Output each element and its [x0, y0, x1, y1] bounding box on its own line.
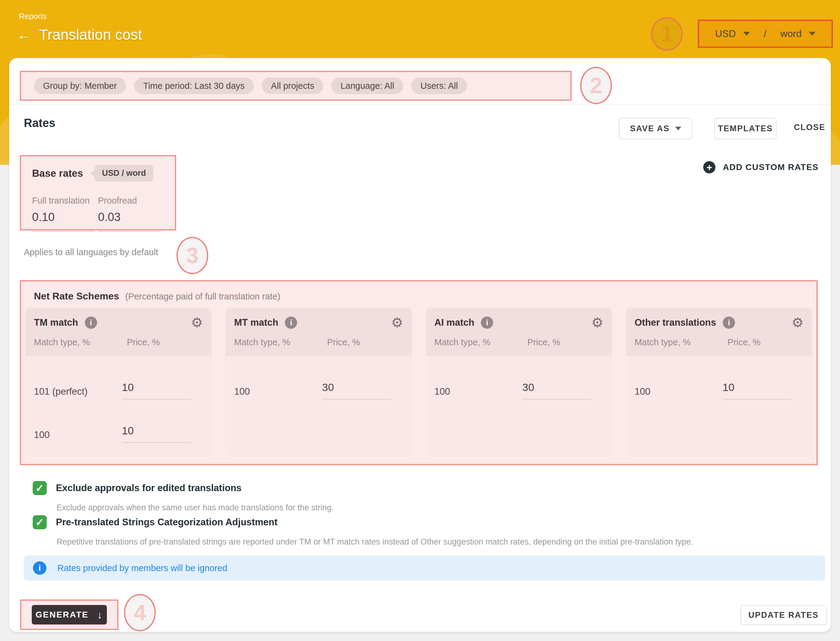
match-type-value: 100 [34, 430, 122, 443]
exclude-approvals-option[interactable]: ✓ Exclude approvals for edited translati… [33, 481, 242, 495]
generate-highlight-box: GENERATE ↓ [20, 599, 118, 630]
gear-icon[interactable]: ⚙ [191, 316, 203, 329]
add-custom-rates-button[interactable]: + ADD CUSTOM RATES [703, 161, 819, 173]
unit-value: word [780, 28, 801, 39]
input-underline [32, 231, 95, 232]
topbar: Reports ← Translation cost 1 USD / word [0, 0, 840, 58]
chevron-down-icon [675, 127, 681, 130]
chevron-down-icon [809, 32, 816, 36]
page-title: Translation cost [39, 26, 142, 43]
match-type-value: 101 (perfect) [34, 386, 122, 399]
price-value: 10 [122, 381, 191, 393]
rate-row: 100 10 [626, 366, 812, 399]
rate-row: 100 10 [25, 409, 211, 443]
other-translations-card: Other translations i ⚙ Match type, % Pri… [626, 308, 812, 456]
info-icon[interactable]: i [723, 317, 735, 329]
back-arrow-icon[interactable]: ← [17, 28, 31, 42]
match-type-value: 100 [635, 386, 722, 399]
filter-chip-projects[interactable]: All projects [262, 77, 323, 94]
save-as-label: SAVE AS [630, 124, 670, 134]
filter-chip-language[interactable]: Language: All [331, 77, 403, 94]
mt-match-card: MT match i ⚙ Match type, % Price, % 100 … [226, 308, 412, 456]
currency-unit-highlight-box: USD / word [698, 19, 833, 48]
exclude-approvals-label: Exclude approvals for edited translation… [56, 483, 242, 494]
unit-dropdown[interactable]: word [780, 28, 816, 39]
annotation-circle-2: 2 [580, 67, 612, 104]
close-button[interactable]: CLOSE [794, 123, 825, 132]
proofread-label: Proofread [98, 196, 164, 206]
filter-chip-users[interactable]: Users: All [411, 77, 467, 94]
ai-match-title: AI match [435, 317, 474, 328]
price-column-header: Price, % [127, 337, 160, 347]
rate-row: 100 30 [226, 366, 412, 399]
annotation-circle-3: 3 [176, 237, 208, 274]
info-icon: i [33, 561, 47, 575]
proofread-input[interactable]: 0.03 [98, 211, 164, 224]
mt-match-title: MT match [234, 317, 279, 328]
info-icon[interactable]: i [85, 317, 97, 329]
match-type-column-header: Match type, % [635, 337, 728, 347]
pretranslated-adjustment-option[interactable]: ✓ Pre-translated Strings Categorization … [33, 515, 277, 529]
gear-icon[interactable]: ⚙ [792, 316, 804, 329]
price-value: 30 [322, 381, 391, 393]
price-value: 10 [722, 381, 792, 393]
ai-match-card: AI match i ⚙ Match type, % Price, % 100 … [426, 308, 612, 456]
annotation-circle-4: 4 [124, 594, 156, 631]
currency-unit-badge: USD / word [95, 165, 153, 182]
info-banner: i Rates provided by members will be igno… [24, 556, 825, 581]
full-translation-label: Full translation [32, 196, 98, 206]
match-type-value: 100 [435, 386, 522, 399]
tm-match-title: TM match [34, 317, 78, 328]
gear-icon[interactable]: ⚙ [391, 316, 403, 329]
generate-label: GENERATE [36, 610, 89, 620]
base-rates-note: Applies to all languages by default [24, 247, 158, 257]
rate-row: 100 30 [426, 366, 612, 399]
other-translations-title: Other translations [635, 317, 716, 328]
match-type-column-header: Match type, % [435, 337, 528, 347]
info-icon[interactable]: i [481, 317, 493, 329]
match-type-column-header: Match type, % [34, 337, 127, 347]
currency-unit-separator: / [764, 28, 766, 39]
price-value: 10 [122, 425, 191, 437]
base-rates-highlight-box: Base rates USD / word Full translation 0… [20, 155, 176, 230]
price-input[interactable]: 30 [522, 381, 591, 399]
match-type-value: 100 [234, 386, 322, 399]
price-column-header: Price, % [327, 337, 360, 347]
price-value: 30 [522, 381, 591, 393]
currency-dropdown[interactable]: USD [715, 28, 750, 39]
update-rates-button[interactable]: UPDATE RATES [740, 605, 827, 625]
templates-button[interactable]: TEMPLATES [714, 118, 777, 139]
plus-icon: + [703, 161, 716, 173]
save-as-button[interactable]: SAVE AS [619, 118, 692, 139]
checkbox-checked-icon[interactable]: ✓ [33, 515, 47, 529]
pretranslated-adjustment-description: Repetitive translations of pre-translate… [56, 537, 693, 547]
net-rate-schemes-highlight-box: Net Rate Schemes (Percentage paid of ful… [20, 280, 818, 465]
breadcrumb[interactable]: Reports [19, 11, 47, 21]
price-input[interactable]: 10 [722, 381, 792, 399]
base-rates-title: Base rates [32, 167, 83, 179]
divider [9, 105, 831, 105]
filter-chip-group-by[interactable]: Group by: Member [34, 77, 126, 94]
price-input[interactable]: 10 [122, 425, 191, 443]
tm-match-card: TM match i ⚙ Match type, % Price, % 101 … [25, 308, 211, 456]
info-banner-text: Rates provided by members will be ignore… [57, 563, 227, 573]
filters-highlight-box: Group by: Member Time period: Last 30 da… [20, 71, 572, 101]
net-rate-schemes-subtitle: (Percentage paid of full translation rat… [125, 292, 280, 301]
currency-value: USD [715, 28, 736, 39]
input-underline [98, 231, 161, 232]
match-type-column-header: Match type, % [234, 337, 327, 347]
price-input[interactable]: 10 [122, 381, 191, 399]
net-rate-schemes-title: Net Rate Schemes [34, 291, 119, 302]
generate-button[interactable]: GENERATE ↓ [32, 605, 107, 625]
price-column-header: Price, % [728, 337, 761, 347]
price-input[interactable]: 30 [322, 381, 391, 399]
report-settings-card: Group by: Member Time period: Last 30 da… [9, 58, 831, 632]
annotation-circle-1: 1 [651, 17, 683, 51]
checkbox-checked-icon[interactable]: ✓ [33, 481, 47, 495]
full-translation-input[interactable]: 0.10 [32, 211, 98, 224]
info-icon[interactable]: i [285, 317, 297, 329]
price-column-header: Price, % [527, 337, 560, 347]
filter-chip-time-period[interactable]: Time period: Last 30 days [134, 77, 254, 94]
add-custom-rates-label: ADD CUSTOM RATES [723, 163, 819, 172]
gear-icon[interactable]: ⚙ [592, 316, 603, 329]
